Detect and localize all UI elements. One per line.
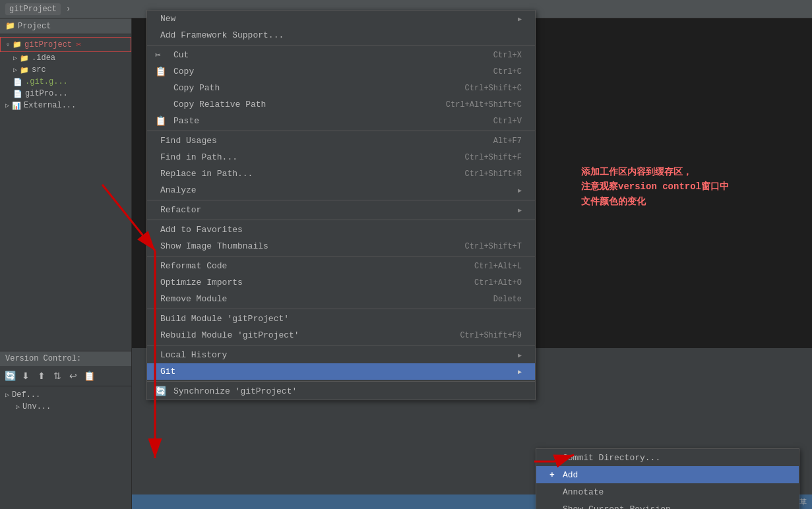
separator-7 [147, 345, 535, 345]
menu-label-git: Git [160, 367, 175, 376]
vc-refresh-btn[interactable]: 🔄 [3, 369, 17, 383]
annotate-icon [547, 487, 557, 497]
vc-toolbar: 🔄 ⬇ ⬆ ⇅ ↩ 📋 [0, 366, 131, 386]
menu-label-reformat: Reformat Code [160, 261, 227, 271]
menu-item-find-usages[interactable]: Find Usages Alt+F7 [147, 133, 535, 149]
tree-label-gitpro: gitPro... [25, 89, 68, 98]
menu-label-find-in-path: Find in Path... [160, 152, 237, 162]
separator-2 [147, 131, 535, 131]
separator-1 [147, 45, 535, 45]
paste-icon: 📋 [155, 115, 166, 127]
tree-item-gitproject[interactable]: ▿ 📁 gitProject ✂ [0, 37, 131, 52]
menu-label-show-thumbnails: Show Image Thumbnails [160, 241, 268, 251]
copy-relative-shortcut: Ctrl+Alt+Shift+C [446, 100, 522, 109]
tree-item-idea[interactable]: ▷ 📁 .idea [0, 52, 131, 64]
tree-label-external: External... [24, 101, 76, 110]
menu-item-copy-path[interactable]: Copy Path Ctrl+Shift+C [147, 80, 535, 96]
submenu-item-annotate[interactable]: Annotate [536, 483, 799, 500]
vc-header-label: Version Control: [5, 354, 81, 363]
tree-item-src[interactable]: ▷ 📁 src [0, 64, 131, 76]
menu-label-analyze: Analyze [160, 185, 197, 195]
main-context-menu: New ▶ Add Framework Support... ✂ Cut Ctr… [146, 10, 536, 400]
commit-icon [547, 452, 557, 463]
separator-3 [147, 200, 535, 200]
vc-swap-btn[interactable]: ⇅ [50, 369, 65, 383]
submenu-label-commit: Commit Directory... [563, 453, 660, 463]
menu-arrow-new: ▶ [518, 15, 522, 23]
add-icon: + [547, 469, 557, 480]
submenu-label-annotate: Annotate [563, 487, 604, 497]
vc-item-unv[interactable]: ▷ Unv... [5, 401, 126, 413]
submenu-item-commit[interactable]: Commit Directory... [536, 449, 799, 466]
menu-item-local-history[interactable]: Local History ▶ [147, 347, 535, 363]
menu-item-cut[interactable]: ✂ Cut Ctrl+X [147, 47, 535, 63]
copy-shortcut: Ctrl+C [493, 67, 522, 76]
refactor-arrow: ▶ [518, 206, 522, 214]
menu-item-add-framework[interactable]: Add Framework Support... [147, 27, 535, 44]
expand-icon-idea: ▷ [13, 54, 17, 62]
menu-label-replace-in-path: Replace in Path... [160, 169, 253, 179]
folder-icon-idea: 📁 [20, 54, 29, 63]
menu-item-find-in-path[interactable]: Find in Path... Ctrl+Shift+F [147, 149, 535, 165]
menu-item-copy-relative[interactable]: Copy Relative Path Ctrl+Alt+Shift+C [147, 96, 535, 113]
sync-icon: 🔄 [155, 386, 166, 397]
annotation-box: 添加工作区内容到缓存区，注意观察version control窗口中文件颜色的变… [581, 165, 792, 209]
separator-4 [147, 220, 535, 220]
menu-item-optimize[interactable]: Optimize Imports Ctrl+Alt+O [147, 274, 535, 291]
rebuild-shortcut: Ctrl+Shift+F9 [460, 331, 522, 340]
separator-8 [147, 381, 535, 382]
menu-item-analyze[interactable]: Analyze ▶ [147, 182, 535, 198]
menu-label-remove-module: Remove Module [160, 294, 227, 304]
menu-label-synchronize: Synchronize 'gitProject' [173, 386, 297, 396]
scissors-icon: ✂ [76, 39, 81, 50]
menu-label-rebuild: Rebuild Module 'gitProject' [160, 330, 299, 340]
menu-item-git[interactable]: Git ▶ [147, 363, 535, 380]
separator-6 [147, 309, 535, 309]
find-in-path-shortcut: Ctrl+Shift+F [465, 153, 522, 162]
submenu-item-revision[interactable]: Show Current Revision [536, 500, 799, 509]
analyze-arrow: ▶ [518, 187, 522, 195]
menu-item-reformat[interactable]: Reformat Code Ctrl+Alt+L [147, 258, 535, 274]
vc-header: Version Control: [0, 351, 131, 366]
folder-icon: 📁 [13, 40, 22, 49]
tree-item-gitfile[interactable]: 📄 .git.g... [0, 76, 131, 88]
git-submenu: Commit Directory... + Add Annotate Show … [536, 448, 799, 509]
vc-up-btn[interactable]: ⬆ [34, 369, 49, 383]
menu-item-show-thumbnails[interactable]: Show Image Thumbnails Ctrl+Shift+T [147, 238, 535, 254]
menu-item-paste[interactable]: 📋 Paste Ctrl+V [147, 113, 535, 129]
menu-label-add-favorites: Add to Favorites [160, 225, 243, 235]
menu-item-copy[interactable]: 📋 Copy Ctrl+C [147, 63, 535, 80]
submenu-label-add: Add [563, 470, 578, 480]
vc-expand-def: ▷ [5, 391, 9, 399]
folder-icon-src: 📁 [20, 66, 29, 75]
menu-item-add-favorites[interactable]: Add to Favorites [147, 222, 535, 238]
cut-shortcut: Ctrl+X [493, 51, 522, 60]
menu-label-copy-path: Copy Path [173, 83, 220, 93]
submenu-label-revision: Show Current Revision [563, 504, 671, 510]
expand-icon-ext: ▷ [5, 102, 9, 109]
find-usages-shortcut: Alt+F7 [493, 136, 522, 146]
vc-copy-btn[interactable]: 📋 [82, 369, 96, 383]
menu-label-copy-relative: Copy Relative Path [173, 100, 266, 109]
tree-item-gitpro[interactable]: 📄 gitPro... [0, 88, 131, 100]
vc-item-default[interactable]: ▷ Def... [5, 389, 126, 401]
cut-icon: ✂ [155, 49, 160, 61]
tree-label-src: src [32, 65, 46, 75]
menu-item-refactor[interactable]: Refactor ▶ [147, 202, 535, 218]
menu-item-build[interactable]: Build Module 'gitProject' [147, 311, 535, 327]
menu-label-optimize: Optimize Imports [160, 278, 243, 287]
vc-expand-unv: ▷ [16, 403, 20, 411]
menu-item-replace-in-path[interactable]: Replace in Path... Ctrl+Shift+R [147, 165, 535, 182]
menu-item-new[interactable]: New ▶ [147, 11, 535, 27]
menu-item-synchronize[interactable]: 🔄 Synchronize 'gitProject' [147, 383, 535, 400]
vc-revert-btn[interactable]: ↩ [66, 369, 80, 383]
submenu-item-add[interactable]: + Add [536, 466, 799, 483]
menu-label-paste: Paste [173, 116, 199, 126]
replace-shortcut: Ctrl+Shift+R [465, 169, 522, 179]
vc-down-btn[interactable]: ⬇ [18, 369, 33, 383]
menu-item-rebuild[interactable]: Rebuild Module 'gitProject' Ctrl+Shift+F… [147, 327, 535, 344]
thumbnails-shortcut: Ctrl+Shift+T [465, 242, 522, 251]
tree-item-external[interactable]: ▷ 📊 External... [0, 100, 131, 111]
menu-item-remove-module[interactable]: Remove Module Delete [147, 291, 535, 307]
optimize-shortcut: Ctrl+Alt+O [474, 278, 522, 287]
